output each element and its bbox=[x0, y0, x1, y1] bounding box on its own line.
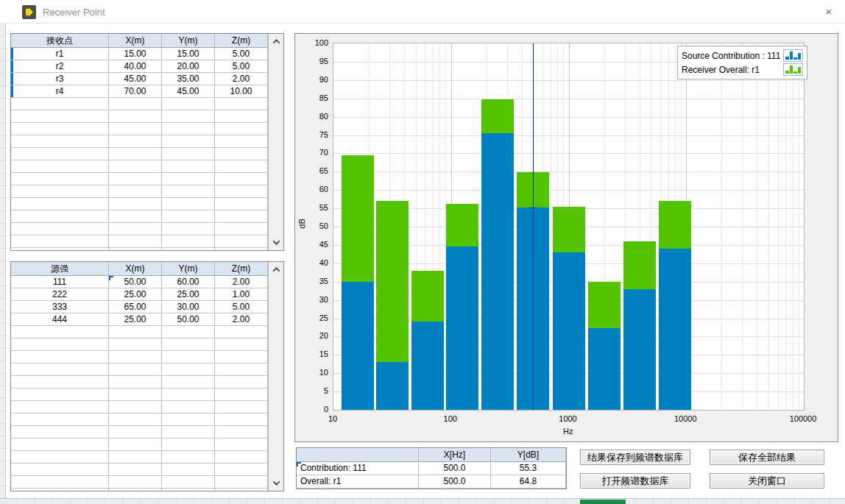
table-cell[interactable]: 2.00 bbox=[215, 276, 268, 288]
empty-cell[interactable] bbox=[11, 173, 109, 185]
empty-table-row[interactable] bbox=[11, 414, 268, 426]
table-cell[interactable]: r2 bbox=[11, 60, 109, 73]
close-icon[interactable]: × bbox=[820, 4, 838, 20]
empty-cell[interactable] bbox=[162, 248, 215, 250]
empty-cell[interactable] bbox=[109, 414, 162, 426]
empty-cell[interactable] bbox=[162, 464, 215, 476]
empty-cell[interactable] bbox=[109, 98, 162, 110]
receiver-table-scrollbar[interactable] bbox=[268, 34, 283, 250]
empty-cell[interactable] bbox=[11, 248, 109, 250]
empty-cell[interactable] bbox=[215, 376, 268, 388]
table-row[interactable]: 22225.0025.001.00 bbox=[11, 288, 268, 301]
empty-cell[interactable] bbox=[162, 185, 215, 198]
empty-cell[interactable] bbox=[215, 148, 268, 160]
save-results-to-spectrum-db-button[interactable]: 结果保存到频谱数据库 bbox=[580, 450, 690, 465]
empty-cell[interactable] bbox=[162, 338, 215, 351]
table-cell[interactable]: 25.00 bbox=[162, 288, 215, 301]
result-cell[interactable]: 500.0 bbox=[419, 462, 491, 475]
empty-cell[interactable] bbox=[109, 451, 162, 464]
empty-cell[interactable] bbox=[162, 110, 215, 123]
empty-cell[interactable] bbox=[162, 160, 215, 173]
table-cell[interactable]: 60.00 bbox=[162, 276, 215, 288]
scroll-up-icon[interactable] bbox=[269, 263, 283, 276]
empty-table-row[interactable] bbox=[11, 210, 268, 223]
empty-cell[interactable] bbox=[215, 98, 268, 110]
empty-cell[interactable] bbox=[162, 414, 215, 426]
overall-bar[interactable] bbox=[659, 201, 691, 249]
empty-cell[interactable] bbox=[162, 135, 215, 148]
table-row[interactable]: r470.0045.0010.00 bbox=[11, 85, 268, 98]
cursor-result-table[interactable]: X[Hz]Y[dB]Contribution: 111500.055.3Over… bbox=[297, 448, 566, 489]
empty-cell[interactable] bbox=[215, 414, 268, 426]
table-cell[interactable]: 5.00 bbox=[215, 48, 268, 60]
empty-cell[interactable] bbox=[109, 135, 162, 148]
empty-cell[interactable] bbox=[109, 210, 162, 223]
overall-bar[interactable] bbox=[342, 155, 374, 282]
empty-cell[interactable] bbox=[11, 135, 109, 148]
empty-table-row[interactable] bbox=[11, 363, 268, 376]
overall-bar[interactable] bbox=[623, 241, 656, 289]
empty-table-row[interactable] bbox=[11, 476, 268, 489]
table-cell[interactable]: 15.00 bbox=[162, 48, 215, 60]
empty-cell[interactable] bbox=[215, 173, 268, 185]
empty-cell[interactable] bbox=[109, 464, 162, 476]
result-cell[interactable]: 55.3 bbox=[491, 462, 566, 475]
overall-bar[interactable] bbox=[446, 204, 478, 247]
empty-cell[interactable] bbox=[11, 351, 109, 363]
contribution-bar[interactable] bbox=[623, 289, 656, 410]
empty-cell[interactable] bbox=[11, 148, 109, 160]
empty-cell[interactable] bbox=[215, 198, 268, 210]
empty-cell[interactable] bbox=[109, 123, 162, 135]
empty-cell[interactable] bbox=[11, 451, 109, 464]
empty-cell[interactable] bbox=[11, 414, 109, 426]
save-all-results-button[interactable]: 保存全部结果 bbox=[710, 450, 824, 465]
empty-cell[interactable] bbox=[215, 235, 268, 248]
overall-bar[interactable] bbox=[481, 99, 514, 133]
empty-cell[interactable] bbox=[109, 223, 162, 235]
table-cell[interactable]: r1 bbox=[11, 48, 109, 60]
empty-cell[interactable] bbox=[11, 160, 109, 173]
empty-cell[interactable] bbox=[162, 363, 215, 376]
empty-cell[interactable] bbox=[162, 123, 215, 135]
empty-cell[interactable] bbox=[162, 376, 215, 388]
close-window-button[interactable]: 关闭窗口 bbox=[710, 473, 824, 489]
empty-table-row[interactable] bbox=[11, 464, 268, 476]
empty-table-row[interactable] bbox=[11, 223, 268, 235]
empty-cell[interactable] bbox=[215, 326, 268, 338]
empty-cell[interactable] bbox=[162, 426, 215, 439]
empty-cell[interactable] bbox=[162, 326, 215, 338]
table-row[interactable]: 11150.0060.002.00 bbox=[11, 276, 268, 288]
table-cell[interactable]: 111 bbox=[11, 276, 109, 288]
table-cell[interactable]: 50.00 bbox=[109, 276, 162, 288]
empty-cell[interactable] bbox=[109, 160, 162, 173]
empty-cell[interactable] bbox=[11, 210, 109, 223]
table-cell[interactable]: 5.00 bbox=[215, 301, 268, 313]
table-cell[interactable]: 70.00 bbox=[109, 85, 162, 98]
contribution-bar[interactable] bbox=[411, 322, 444, 410]
table-row[interactable]: 33365.0030.005.00 bbox=[11, 301, 268, 313]
empty-cell[interactable] bbox=[162, 173, 215, 185]
result-cell[interactable]: Overall: r1 bbox=[297, 475, 419, 489]
table-row[interactable]: r240.0020.005.00 bbox=[11, 60, 268, 73]
empty-cell[interactable] bbox=[11, 388, 109, 401]
chart-cursor-line[interactable] bbox=[533, 43, 534, 410]
empty-cell[interactable] bbox=[11, 198, 109, 210]
empty-cell[interactable] bbox=[109, 248, 162, 250]
empty-cell[interactable] bbox=[162, 198, 215, 210]
empty-table-row[interactable] bbox=[11, 376, 268, 388]
table-cell[interactable]: 333 bbox=[11, 301, 109, 313]
empty-cell[interactable] bbox=[11, 338, 109, 351]
contribution-bar[interactable] bbox=[553, 252, 585, 410]
empty-table-row[interactable] bbox=[11, 123, 268, 135]
table-cell[interactable]: r4 bbox=[11, 85, 109, 98]
overall-bar[interactable] bbox=[411, 271, 444, 322]
table-cell[interactable]: 45.00 bbox=[109, 73, 162, 85]
empty-cell[interactable] bbox=[215, 123, 268, 135]
empty-cell[interactable] bbox=[11, 123, 109, 135]
table-cell[interactable]: 5.00 bbox=[215, 60, 268, 73]
empty-cell[interactable] bbox=[11, 401, 109, 414]
table-cell[interactable]: 35.00 bbox=[162, 73, 215, 85]
table-cell[interactable]: 222 bbox=[11, 288, 109, 301]
empty-cell[interactable] bbox=[11, 426, 109, 439]
empty-cell[interactable] bbox=[109, 326, 162, 338]
